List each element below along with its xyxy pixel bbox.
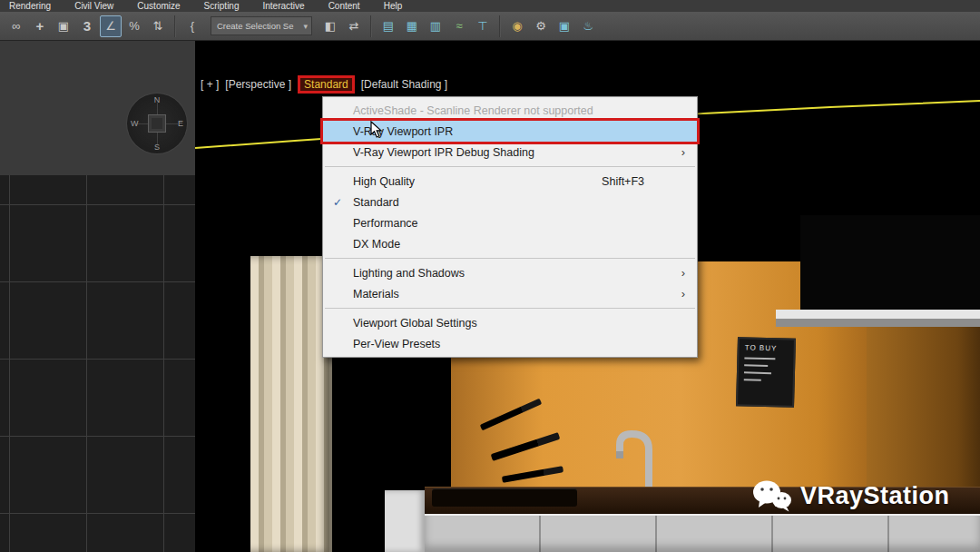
menu-item-label: Viewport Global Settings <box>353 317 477 330</box>
schematic-view-icon[interactable]: ⊤ <box>472 15 494 37</box>
select-and-place-icon[interactable]: ▣ <box>53 15 74 37</box>
angle-snap-icon[interactable]: ∠ <box>100 15 122 37</box>
menu-scripting[interactable]: Scripting <box>204 1 240 11</box>
submenu-arrow-icon: › <box>681 287 685 301</box>
menu-content[interactable]: Content <box>328 1 360 11</box>
menu-item-activeshade: ActiveShade - Scanline Renderer not supp… <box>323 100 697 121</box>
menu-shortcut: Shift+F3 <box>602 175 644 188</box>
menu-civil-view[interactable]: Civil View <box>74 1 113 11</box>
menu-item-label: Standard <box>353 196 399 209</box>
menu-item-dx-mode[interactable]: DX Mode <box>323 233 697 254</box>
menu-item-label: V-Ray Viewport IPR <box>353 125 453 138</box>
menu-item-label: Lighting and Shadows <box>353 267 465 280</box>
layer-explorer-icon[interactable]: ▦ <box>401 15 423 37</box>
toolbar-separator <box>174 15 176 37</box>
menu-item-vray-ipr-debug-shading[interactable]: V-Ray Viewport IPR Debug Shading › <box>323 142 697 163</box>
chevron-down-icon: ▾ <box>303 22 308 31</box>
menu-rendering[interactable]: Rendering <box>9 1 51 11</box>
menu-item-label: Performance <box>353 217 418 230</box>
menu-item-standard[interactable]: ✓ Standard <box>323 192 697 212</box>
compass-east-label: E <box>178 119 183 128</box>
menu-item-per-view-presets[interactable]: Per-View Presets <box>323 333 697 354</box>
menu-separator <box>325 166 695 167</box>
viewport-compass[interactable]: N S W E <box>126 93 188 154</box>
3dsmax-window: Rendering Civil View Customize Scripting… <box>0 0 980 552</box>
menu-item-label: Per-View Presets <box>353 338 440 350</box>
menu-item-label: DX Mode <box>353 238 400 251</box>
compass-center-cube <box>148 114 166 133</box>
grid-lines <box>0 175 195 552</box>
wechat-logo-icon <box>752 479 792 512</box>
menu-customize[interactable]: Customize <box>137 1 180 11</box>
menu-item-viewport-global-settings[interactable]: Viewport Global Settings <box>323 312 697 333</box>
viewport-pov-menu[interactable]: [Perspective ] <box>225 78 291 91</box>
menu-interactive[interactable]: Interactive <box>262 1 304 11</box>
rendered-frame-window-icon[interactable]: ▣ <box>554 15 575 37</box>
select-and-link-icon[interactable]: ∞ <box>5 15 27 37</box>
main-toolbar: ∞ + ▣ 3 ∠ % ⇅ { Create Selection Se ▾ ◧ … <box>0 12 980 41</box>
compass-north-label: N <box>154 95 161 104</box>
watermark: VRayStation <box>752 479 950 512</box>
render-production-icon[interactable]: ♨ <box>577 15 599 37</box>
named-selection-sets-dropdown[interactable]: Create Selection Se ▾ <box>211 16 312 35</box>
left-viewport[interactable]: N S W E <box>0 41 195 552</box>
menu-item-label: V-Ray Viewport IPR Debug Shading <box>353 146 534 159</box>
viewport-per-view-menu[interactable]: [Default Shading ] <box>361 78 447 91</box>
render-setup-icon[interactable]: ⚙ <box>530 15 552 37</box>
check-icon: ✓ <box>333 196 342 209</box>
compass-west-label: W <box>131 119 139 128</box>
curve-editor-icon[interactable]: ≈ <box>448 15 470 37</box>
menu-separator <box>325 258 695 259</box>
perspective-viewport[interactable]: TO BUY [ + ] [Perspective ] Standard [De… <box>195 41 980 552</box>
toolbar-separator <box>499 15 501 37</box>
toolbar-separator <box>370 15 372 37</box>
annotation-red-box-standard: Standard <box>298 75 355 94</box>
submenu-arrow-icon: › <box>681 266 685 280</box>
menu-item-materials[interactable]: Materials › <box>323 283 697 304</box>
material-editor-icon[interactable]: ◉ <box>506 15 528 37</box>
menu-help[interactable]: Help <box>384 1 403 11</box>
scene-explorer-icon[interactable]: ▤ <box>377 15 399 37</box>
submenu-arrow-icon: › <box>681 145 685 159</box>
snap-toggle-icon[interactable]: 3 <box>76 15 98 37</box>
viewport-label-bar: [ + ] [Perspective ] Standard [Default S… <box>201 75 447 94</box>
menu-item-label: ActiveShade - Scanline Renderer not supp… <box>353 104 593 117</box>
menu-item-high-quality[interactable]: High Quality Shift+F3 <box>323 171 697 192</box>
keyboard-shortcut-override-icon[interactable]: { <box>181 15 203 37</box>
compass-south-label: S <box>154 143 160 152</box>
watermark-text: VRayStation <box>800 482 950 510</box>
ribbon-toggle-icon[interactable]: ▥ <box>425 15 446 37</box>
menu-item-performance[interactable]: Performance <box>323 212 697 233</box>
menu-bar: Rendering Civil View Customize Scripting… <box>0 0 980 12</box>
percent-snap-icon[interactable]: % <box>123 15 145 37</box>
menu-separator <box>325 308 695 309</box>
menu-item-label: Materials <box>353 288 399 301</box>
align-icon[interactable]: ⇄ <box>343 15 365 37</box>
spinner-snap-icon[interactable]: ⇅ <box>147 15 169 37</box>
viewport-general-menu[interactable]: [ + ] <box>201 78 219 91</box>
viewport-shading-menu[interactable]: Standard <box>304 78 348 91</box>
menu-item-label: High Quality <box>353 175 415 188</box>
mirror-icon[interactable]: ◧ <box>319 15 341 37</box>
menu-item-lighting-and-shadows[interactable]: Lighting and Shadows › <box>323 262 697 283</box>
mouse-cursor <box>370 121 385 139</box>
select-and-move-icon[interactable]: + <box>29 15 51 37</box>
selection-set-value: Create Selection Se <box>217 21 294 31</box>
